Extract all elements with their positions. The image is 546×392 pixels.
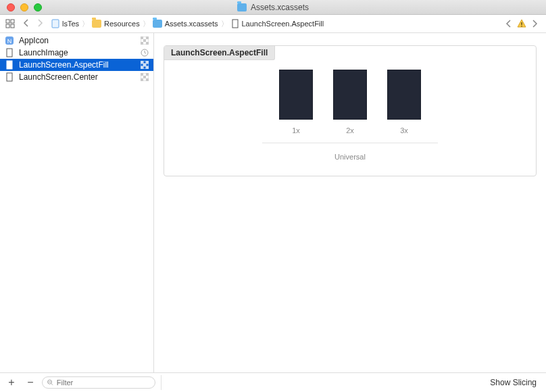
footer-divider <box>161 375 162 390</box>
warning-icon[interactable] <box>516 18 527 29</box>
breadcrumb-item-imageset[interactable]: LaunchScreen.AspectFill <box>230 19 326 28</box>
svg-rect-23 <box>146 66 149 69</box>
window-title-text: Assets.xcassets <box>251 3 309 12</box>
filter-input[interactable] <box>57 378 151 387</box>
history-forward-button[interactable] <box>528 18 541 29</box>
checkerboard-icon <box>140 36 149 45</box>
svg-rect-16 <box>7 49 12 57</box>
remove-asset-button[interactable]: − <box>24 376 36 389</box>
show-slicing-button[interactable]: Show Slicing <box>490 378 541 387</box>
appicon-icon: N <box>4 35 15 46</box>
svg-rect-13 <box>141 42 143 45</box>
imageset-icon <box>4 47 15 58</box>
svg-rect-5 <box>232 20 238 28</box>
window-title: Assets.xcassets <box>0 3 546 12</box>
image-thumb-1x <box>279 70 313 120</box>
breadcrumb-item-resources[interactable]: Resources <box>91 20 141 28</box>
nav-back-button[interactable] <box>20 18 32 30</box>
svg-rect-27 <box>146 73 149 76</box>
svg-rect-10 <box>141 36 143 39</box>
svg-rect-19 <box>141 61 143 64</box>
checkerboard-icon <box>140 60 149 70</box>
svg-rect-22 <box>141 66 143 69</box>
window-traffic-lights <box>7 3 42 11</box>
svg-rect-21 <box>143 64 146 66</box>
folder-icon <box>237 3 247 11</box>
asset-item-launchimage[interactable]: LaunchImage <box>0 47 153 59</box>
asset-item-aspectfill[interactable]: LaunchScreen.AspectFill <box>0 59 153 71</box>
zoom-window-button[interactable] <box>34 3 42 11</box>
svg-rect-3 <box>11 24 14 28</box>
asset-item-center[interactable]: LaunchScreen.Center <box>0 71 153 83</box>
asset-list: N AppIcon LaunchImage LaunchScreen.Aspec… <box>0 33 153 372</box>
svg-rect-12 <box>143 39 146 42</box>
breadcrumb-sep: 〉 <box>220 19 230 29</box>
imageset-card: LaunchScreen.AspectFill 1x 2x 3x <box>164 45 537 176</box>
folder-icon <box>92 20 101 28</box>
scale-label: 1x <box>292 126 300 134</box>
window-titlebar: Assets.xcassets <box>0 0 546 15</box>
svg-rect-18 <box>7 61 12 69</box>
image-thumb-3x <box>387 70 421 120</box>
navigation-toolbar: lsTes 〉 Resources 〉 Assets.xcassets 〉 La… <box>0 15 546 33</box>
imageset-icon <box>231 19 239 28</box>
footer-bar: + − Show Slicing <box>0 372 546 392</box>
svg-rect-0 <box>6 20 9 23</box>
minimize-window-button[interactable] <box>20 3 28 11</box>
add-asset-button[interactable]: + <box>5 376 18 389</box>
svg-rect-26 <box>141 73 143 76</box>
svg-rect-11 <box>146 36 149 39</box>
filter-field[interactable] <box>42 376 155 389</box>
breadcrumb-label: Assets.xcassets <box>165 20 218 28</box>
close-window-button[interactable] <box>7 3 15 11</box>
asset-sidebar: N AppIcon LaunchImage LaunchScreen.Aspec… <box>0 33 154 372</box>
nav-forward-button[interactable] <box>34 18 46 30</box>
svg-rect-7 <box>521 26 522 26</box>
breadcrumb-sep: 〉 <box>80 19 91 29</box>
checkerboard-icon <box>140 72 149 82</box>
svg-rect-4 <box>52 20 59 28</box>
asset-item-label: LaunchScreen.AspectFill <box>19 60 109 70</box>
device-label: Universal <box>334 153 366 161</box>
scale-label: 3x <box>400 126 408 134</box>
svg-rect-30 <box>146 78 149 81</box>
related-items-button[interactable] <box>5 19 15 28</box>
svg-rect-25 <box>7 73 12 81</box>
well-1x[interactable]: 1x <box>279 70 313 134</box>
breadcrumb-label: lsTes <box>62 20 79 28</box>
breadcrumb-label: Resources <box>104 20 140 28</box>
doc-icon <box>51 19 59 28</box>
imageset-icon <box>4 59 15 70</box>
scale-label: 2x <box>346 126 354 134</box>
svg-rect-2 <box>6 24 9 28</box>
breadcrumb-sep: 〉 <box>141 19 151 29</box>
asset-item-label: AppIcon <box>19 36 49 45</box>
imageset-icon <box>4 72 15 82</box>
scale-wells: 1x 2x 3x <box>279 70 421 134</box>
svg-rect-20 <box>146 61 149 64</box>
well-3x[interactable]: 3x <box>387 70 421 134</box>
image-thumb-2x <box>333 70 367 120</box>
svg-rect-1 <box>11 20 14 23</box>
clock-icon <box>140 48 149 57</box>
detail-pane: LaunchScreen.AspectFill 1x 2x 3x <box>154 33 546 372</box>
filter-icon <box>47 378 54 387</box>
history-back-button[interactable] <box>503 18 515 29</box>
svg-rect-14 <box>146 42 149 45</box>
asset-item-appicon[interactable]: N AppIcon <box>0 34 153 47</box>
breadcrumb-item-assets[interactable]: Assets.xcassets <box>151 20 220 28</box>
asset-item-label: LaunchImage <box>19 48 68 57</box>
nav-arrows <box>20 18 46 30</box>
breadcrumb-label: LaunchScreen.AspectFill <box>242 20 324 28</box>
breadcrumb-item-project[interactable]: lsTes <box>50 19 80 28</box>
imageset-title: LaunchScreen.AspectFill <box>164 46 275 60</box>
svg-rect-6 <box>521 22 522 25</box>
asset-item-label: LaunchScreen.Center <box>19 72 98 82</box>
folder-icon <box>153 20 162 28</box>
svg-rect-29 <box>141 78 143 81</box>
svg-text:N: N <box>7 38 12 45</box>
svg-rect-28 <box>143 76 146 78</box>
well-2x[interactable]: 2x <box>333 70 367 134</box>
